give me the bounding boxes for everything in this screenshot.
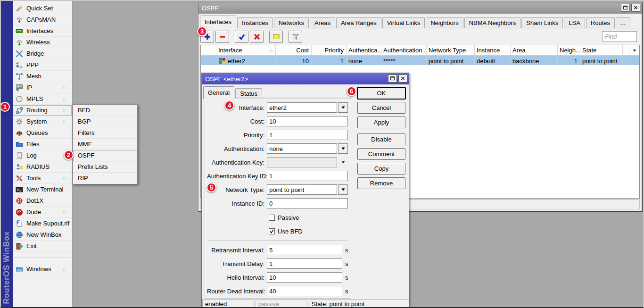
priority-row: Priority: — [207, 130, 348, 140]
tab-virtual-links[interactable]: Virtual Links — [382, 17, 425, 28]
sidebar-item-routing[interactable]: Routing — [13, 105, 72, 116]
tab-areas[interactable]: Areas — [310, 17, 335, 28]
remove-button[interactable]: Remove — [357, 177, 405, 189]
use-bfd-checkbox[interactable] — [269, 228, 275, 234]
sidebar-item-exit[interactable]: Exit — [13, 241, 72, 252]
sidebar-item-new-terminal[interactable]: New Terminal — [13, 184, 72, 195]
submenu-item-mme[interactable]: MME — [73, 139, 137, 150]
apply-button[interactable]: Apply — [357, 117, 405, 128]
sidebar-item-tools[interactable]: Tools — [13, 173, 72, 184]
dialog-titlebar[interactable]: OSPF <ether2> — [202, 73, 409, 84]
field-label: Transmit Delay: — [207, 260, 267, 267]
column-header-neigh[interactable]: Neigh... — [558, 45, 580, 55]
column-header-state[interactable]: State — [580, 45, 623, 55]
authentication-key-dropdown-button[interactable] — [338, 157, 348, 167]
authentication-key-id-input[interactable] — [267, 171, 348, 181]
comment-button[interactable]: Comment — [357, 148, 405, 160]
authentication-input[interactable] — [267, 143, 337, 154]
instance-id-input[interactable] — [267, 198, 348, 208]
sidebar-item-wireless[interactable]: Wireless — [13, 37, 72, 48]
interface-input[interactable] — [267, 102, 337, 113]
sidebar-item-make-supout-rif[interactable]: Make Supout.rif — [13, 218, 72, 229]
column-header-instance[interactable]: Instance — [475, 45, 511, 55]
sidebar-item-queues[interactable]: Queues — [13, 127, 72, 139]
remove-button[interactable] — [215, 31, 229, 43]
column-select-button[interactable] — [629, 45, 639, 55]
retransmit-interval-input[interactable] — [267, 245, 342, 255]
submenu-item-ospf[interactable]: OSPF — [73, 150, 137, 161]
column-header-area[interactable]: Area — [511, 45, 558, 55]
sidebar-item-new-winbox[interactable]: New WinBox — [13, 229, 72, 241]
tab-more[interactable]: ... — [616, 17, 630, 28]
sidebar-item-quick-set[interactable]: Quick Set — [13, 3, 72, 14]
submenu-item-prefix-lists[interactable]: Prefix Lists — [73, 161, 137, 173]
network-type-dropdown-button[interactable] — [338, 184, 348, 195]
tab-area-ranges[interactable]: Area Ranges — [336, 17, 381, 28]
tab-neighbors[interactable]: Neighbors — [426, 17, 463, 28]
dialog-close-button[interactable] — [398, 75, 407, 83]
tab-sham-links[interactable]: Sham Links — [521, 17, 563, 28]
tab-networks[interactable]: Networks — [274, 17, 309, 28]
column-header-icon[interactable] — [201, 45, 216, 55]
disable-button[interactable]: Disable — [357, 133, 405, 145]
close-button[interactable] — [631, 4, 640, 12]
submenu-item-bfd[interactable]: BFD — [73, 105, 137, 116]
row-cell-area: backbone — [511, 56, 558, 65]
column-header-authentication[interactable]: Authentication ... — [381, 45, 427, 55]
column-header-interface[interactable]: Interface — [216, 45, 276, 55]
tab-routes[interactable]: Routes — [586, 17, 615, 28]
transmit-delay-input[interactable] — [267, 258, 342, 269]
authentication-dropdown-button[interactable] — [338, 143, 348, 154]
sidebar-item-dot1x[interactable]: Dot1X — [13, 195, 72, 207]
sidebar-item-mesh[interactable]: Mesh — [13, 71, 72, 82]
ospf-window-titlebar[interactable]: OSPF — [198, 2, 642, 14]
mpls-icon — [16, 95, 23, 103]
find-input[interactable] — [602, 31, 637, 42]
dialog-maximize-button[interactable] — [388, 75, 397, 83]
filter-button[interactable] — [289, 31, 302, 43]
tab-nbma-neighbors[interactable]: NBMA Neighbors — [464, 17, 521, 28]
sidebar-item-radius[interactable]: RADIUS — [13, 161, 72, 173]
tab-lsa[interactable]: LSA — [564, 17, 585, 28]
sidebar-item-mpls[interactable]: MPLS — [13, 93, 72, 105]
column-header-cost[interactable]: Cost — [276, 45, 312, 55]
sidebar-item-system[interactable]: System — [13, 116, 72, 127]
sidebar-item-capsman[interactable]: CAPsMAN — [13, 14, 72, 25]
sidebar-item-dude[interactable]: Dude — [13, 207, 72, 218]
dialog-tab-status[interactable]: Status — [235, 88, 262, 99]
column-header-priority[interactable]: Priority — [312, 45, 347, 55]
submenu-item-rip[interactable]: RIP — [73, 173, 137, 184]
disable-button[interactable] — [250, 31, 264, 43]
sidebar-item-bridge[interactable]: Bridge — [13, 48, 72, 59]
cost-input[interactable] — [267, 116, 348, 126]
row-cell-interface: ether2 — [216, 56, 276, 65]
sidebar-item-ip[interactable]: IP — [13, 82, 72, 93]
maximize-button[interactable] — [621, 4, 630, 12]
comment-button[interactable] — [269, 31, 283, 43]
ok-button[interactable]: OK — [357, 87, 405, 99]
network-type-input[interactable] — [267, 184, 337, 195]
table-row[interactable]: ether2101none*****point to pointdefaultb… — [201, 56, 639, 65]
dialog-tab-general[interactable]: General — [203, 86, 234, 99]
copy-button[interactable]: Copy — [357, 163, 405, 175]
priority-input[interactable] — [267, 130, 348, 140]
sidebar-item-ppp[interactable]: PPP — [13, 59, 72, 71]
sidebar-item-windows[interactable]: Windows — [13, 264, 72, 275]
retransmit-interval-row: Retransmit Interval:s — [207, 245, 348, 255]
submenu-item-filters[interactable]: Filters — [73, 127, 137, 139]
submenu-item-bgp[interactable]: BGP — [73, 116, 137, 127]
tab-instances[interactable]: Instances — [237, 17, 273, 28]
authentication-key-input[interactable] — [267, 157, 337, 167]
hello-interval-input[interactable] — [267, 272, 342, 283]
enable-button[interactable] — [235, 31, 248, 43]
cancel-button[interactable]: Cancel — [357, 102, 405, 114]
tab-interfaces[interactable]: Interfaces — [200, 16, 236, 28]
sidebar-item-interfaces[interactable]: Interfaces — [13, 25, 72, 37]
router-dead-interval-row: Router Dead Interval:s — [207, 286, 348, 296]
interface-dropdown-button[interactable] — [338, 102, 348, 113]
column-header-authentica[interactable]: Authentica... — [347, 45, 381, 55]
router-dead-interval-input[interactable] — [267, 286, 342, 296]
column-header-network-type[interactable]: Network Type — [427, 45, 475, 55]
passive-checkbox[interactable] — [269, 215, 275, 221]
sidebar-item-files[interactable]: Files — [13, 139, 72, 150]
